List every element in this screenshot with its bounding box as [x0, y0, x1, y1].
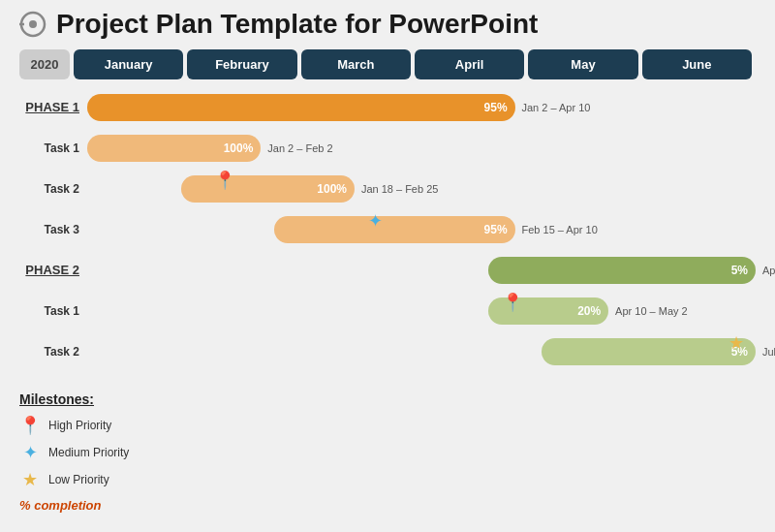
phase2-task1-pin: 📍	[502, 292, 523, 313]
phase1-bar: 95%	[87, 94, 515, 121]
phase2-date: Apr 10 – Jun 10	[762, 265, 775, 276]
phase2-track: 5% Apr 10 – Jun 10	[87, 257, 756, 284]
phase1-task2-date: Jan 18 – Feb 25	[361, 183, 439, 195]
milestones-section: Milestones: 📍 High Priority ✦ Medium Pri…	[19, 391, 194, 513]
task2-pin-marker: 📍	[214, 170, 235, 191]
phase1-task1-track: 100% Jan 2 – Feb 2	[87, 135, 756, 162]
phase2-task2-bar: 5%	[542, 338, 756, 365]
pct-completion-label: % completion	[19, 498, 194, 513]
phase2-row: PHASE 2 5% Apr 10 – Jun 10	[19, 254, 756, 287]
phase1-task3-track: 95% ✦ Feb 15 – Apr 10	[87, 216, 756, 243]
title-row: Project Plan Template for PowerPoint	[19, 10, 756, 40]
phase2-task2-row: Task 2 5% ★ Jul 20 – Jun 10	[19, 335, 756, 368]
month-jan: January	[74, 49, 183, 79]
phase1-task2-row: Task 2 100% 📍 Jan 18 – Feb 25	[19, 172, 756, 205]
phase2-task1-track: 20% 📍 Apr 10 – May 2	[87, 297, 756, 325]
phase1-row: PHASE 1 95% Jan 2 – Apr 10	[19, 91, 756, 124]
phase1-date: Jan 2 – Apr 10	[522, 102, 591, 113]
phase1-task1-date: Jan 2 – Feb 2	[267, 142, 332, 154]
month-jun: June	[642, 49, 752, 79]
month-mar: March	[301, 49, 411, 79]
phase1-task2-track: 100% 📍 Jan 18 – Feb 25	[87, 175, 756, 203]
phase2-task2-date: Jul 20 – Jun 10	[762, 346, 775, 358]
phase2-bar: 5%	[488, 257, 756, 284]
phase1-task1-bar: 100%	[87, 135, 261, 162]
high-priority-label: High Priority	[48, 419, 111, 432]
phase1-task1-row: Task 1 100% Jan 2 – Feb 2	[19, 132, 756, 165]
phase2-task1-row: Task 1 20% 📍 Apr 10 – May 2	[19, 295, 756, 328]
year-box: 2020	[19, 49, 70, 79]
phase1-task3-bar: 95%	[274, 216, 514, 243]
phase2-task1-date: Apr 10 – May 2	[615, 305, 688, 317]
low-priority-icon: ★	[19, 469, 41, 490]
month-may: May	[528, 49, 637, 79]
phase1-task2-label: Task 2	[19, 182, 87, 196]
phase2-task2-star: ★	[728, 332, 744, 354]
svg-point-1	[29, 20, 37, 28]
phase1-task2-bar: 100%	[181, 175, 355, 203]
milestone-low: ★ Low Priority	[19, 469, 194, 490]
high-priority-icon: 📍	[19, 415, 41, 436]
phase1-track: 95% Jan 2 – Apr 10	[87, 94, 756, 121]
phase2-task1-label: Task 1	[19, 304, 87, 318]
main-container: Project Plan Template for PowerPoint 202…	[0, 0, 775, 532]
phase2-task2-track: 5% ★ Jul 20 – Jun 10	[87, 338, 756, 365]
phase1-task3-date: Feb 15 – Apr 10	[522, 224, 598, 235]
phase2-task2-label: Task 2	[19, 345, 87, 359]
milestone-high: 📍 High Priority	[19, 415, 194, 436]
medium-priority-label: Medium Priority	[48, 446, 129, 459]
month-feb: February	[187, 49, 296, 79]
gantt-area: PHASE 1 95% Jan 2 – Apr 10 Task 1 100% J…	[19, 91, 756, 368]
phase1-label: PHASE 1	[19, 100, 87, 114]
task3-star-marker: ✦	[368, 210, 383, 232]
phase2-label: PHASE 2	[19, 263, 87, 277]
phase1-task1-label: Task 1	[19, 141, 87, 155]
milestone-medium: ✦ Medium Priority	[19, 442, 194, 463]
medium-priority-icon: ✦	[19, 442, 41, 463]
month-header: 2020 January February March April May Ju…	[19, 49, 756, 79]
month-apr: April	[415, 49, 524, 79]
low-priority-label: Low Priority	[48, 473, 109, 486]
title-icon	[19, 11, 46, 38]
page-title: Project Plan Template for PowerPoint	[56, 10, 538, 40]
milestones-title: Milestones:	[19, 391, 194, 407]
phase1-task3-label: Task 3	[19, 223, 87, 236]
phase1-task3-row: Task 3 95% ✦ Feb 15 – Apr 10	[19, 213, 756, 246]
